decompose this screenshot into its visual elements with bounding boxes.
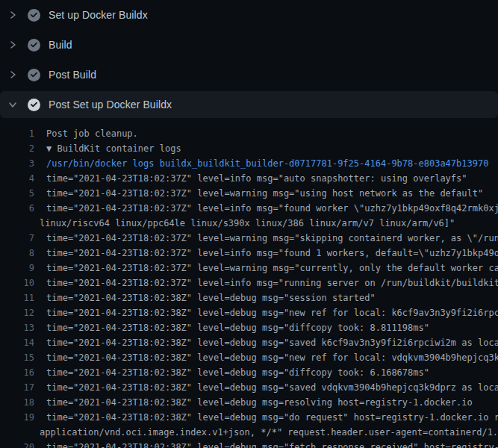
log-line-row: linux/riscv64 linux/ppc64le linux/s390x … xyxy=(0,216,498,231)
log-text: Post job cleanup. xyxy=(40,126,498,141)
step-success-check-icon xyxy=(28,39,40,52)
log-line-number[interactable]: 4 xyxy=(0,171,34,186)
step-label: Build xyxy=(49,39,72,51)
log-text: time="2021-04-23T18:02:37Z" level=info m… xyxy=(40,246,498,261)
step-header-post-build[interactable]: Post Build xyxy=(0,60,498,90)
log-line-number xyxy=(0,425,34,440)
log-line-row: 1Post job cleanup. xyxy=(0,126,498,141)
log-line-number[interactable]: 3 xyxy=(0,156,34,171)
log-text: time="2021-04-23T18:02:37Z" level=warnin… xyxy=(40,231,498,246)
log-line-number[interactable]: 14 xyxy=(0,335,34,350)
log-text: time="2021-04-23T18:02:37Z" level=warnin… xyxy=(40,261,498,276)
log-text: time="2021-04-23T18:02:37Z" level=info m… xyxy=(40,171,498,186)
log-line-row: 8time="2021-04-23T18:02:37Z" level=info … xyxy=(0,246,498,261)
log-text: application/vnd.oci.image.index.v1+json,… xyxy=(40,425,498,440)
log-line-row: 16time="2021-04-23T18:02:38Z" level=debu… xyxy=(0,365,498,380)
log-line-number[interactable]: 10 xyxy=(0,276,34,290)
log-line-number[interactable]: 13 xyxy=(0,320,34,335)
log-line-row: 2▼ BuildKit container logs xyxy=(0,141,498,156)
log-line-row: 17time="2021-04-23T18:02:38Z" level=debu… xyxy=(0,380,498,395)
log-line-number[interactable]: 18 xyxy=(0,395,34,410)
step-success-check-icon xyxy=(28,99,40,111)
log-line-number[interactable]: 20 xyxy=(0,440,34,448)
log-text: time="2021-04-23T18:02:38Z" level=debug … xyxy=(40,335,498,350)
log-line-number[interactable]: 6 xyxy=(0,201,34,216)
step-header-post-set-up-docker-buildx[interactable]: Post Set up Docker Buildx xyxy=(0,91,498,118)
log-text: time="2021-04-23T18:02:37Z" level=info m… xyxy=(40,201,498,216)
log-line-row: 4time="2021-04-23T18:02:37Z" level=info … xyxy=(0,171,498,186)
log-line-row: 14time="2021-04-23T18:02:38Z" level=debu… xyxy=(0,335,498,350)
log-line-number[interactable]: 16 xyxy=(0,365,34,380)
step-label: Post Set up Docker Buildx xyxy=(49,99,172,111)
log-line-row: 5time="2021-04-23T18:02:37Z" level=warni… xyxy=(0,186,498,201)
log-text: ▼ BuildKit container logs xyxy=(40,141,498,156)
step-success-check-icon xyxy=(28,69,40,81)
log-text: time="2021-04-23T18:02:37Z" level=info m… xyxy=(40,276,498,290)
log-line-row: 12time="2021-04-23T18:02:38Z" level=debu… xyxy=(0,305,498,320)
log-lines: 1Post job cleanup.2▼ BuildKit container … xyxy=(0,119,498,448)
log-line-row: 13time="2021-04-23T18:02:38Z" level=debu… xyxy=(0,320,498,335)
log-text: time="2021-04-23T18:02:38Z" level=debug … xyxy=(40,410,498,425)
log-line-number[interactable]: 12 xyxy=(0,305,34,320)
steps-list: Set up Docker Buildx Build xyxy=(0,0,498,118)
log-line-row: 11time="2021-04-23T18:02:38Z" level=debu… xyxy=(0,290,498,305)
step-success-check-icon xyxy=(28,9,40,22)
log-line-number[interactable]: 17 xyxy=(0,380,34,395)
chevron-right-icon[interactable] xyxy=(8,40,17,49)
log-line-row: 3/usr/bin/docker logs buildx_buildkit_bu… xyxy=(0,156,498,171)
log-line-row: 20time="2021-04-23T18:02:38Z" level=debu… xyxy=(0,440,498,448)
log-text: time="2021-04-23T18:02:38Z" level=debug … xyxy=(40,290,498,305)
log-line-number xyxy=(0,216,34,231)
log-line-number[interactable]: 11 xyxy=(0,290,34,305)
log-line-number[interactable]: 19 xyxy=(0,410,34,425)
log-line-number[interactable]: 7 xyxy=(0,231,34,246)
log-text: time="2021-04-23T18:02:38Z" level=debug … xyxy=(40,440,498,448)
log-line-row: 19time="2021-04-23T18:02:38Z" level=debu… xyxy=(0,410,498,425)
chevron-right-icon[interactable] xyxy=(8,70,17,79)
log-text: time="2021-04-23T18:02:38Z" level=debug … xyxy=(40,350,498,365)
step-header-build[interactable]: Build xyxy=(0,30,498,60)
log-line-row: 15time="2021-04-23T18:02:38Z" level=debu… xyxy=(0,350,498,365)
log-line-row: 6time="2021-04-23T18:02:37Z" level=info … xyxy=(0,201,498,216)
chevron-down-icon[interactable] xyxy=(8,100,17,109)
step-label: Post Build xyxy=(49,69,96,81)
log-command-text: /usr/bin/docker logs buildx_buildkit_bui… xyxy=(40,156,498,171)
chevron-right-icon[interactable] xyxy=(8,10,17,19)
step-label: Set up Docker Buildx xyxy=(49,9,148,21)
log-line-number[interactable]: 15 xyxy=(0,350,34,365)
log-group-title: BuildKit container logs xyxy=(57,143,181,154)
log-line-row: application/vnd.oci.image.index.v1+json,… xyxy=(0,425,498,440)
log-line-row: 18time="2021-04-23T18:02:38Z" level=debu… xyxy=(0,395,498,410)
log-line-number[interactable]: 2 xyxy=(0,141,34,156)
log-line-number[interactable]: 1 xyxy=(0,126,34,141)
log-line-number[interactable]: 9 xyxy=(0,261,34,276)
log-text: time="2021-04-23T18:02:38Z" level=debug … xyxy=(40,365,498,380)
log-group-caret-icon[interactable]: ▼ xyxy=(46,143,57,154)
log-text: time="2021-04-23T18:02:38Z" level=debug … xyxy=(40,320,498,335)
log-line-row: 9time="2021-04-23T18:02:37Z" level=warni… xyxy=(0,261,498,276)
log-line-number[interactable]: 5 xyxy=(0,186,34,201)
log-text: time="2021-04-23T18:02:38Z" level=debug … xyxy=(40,395,498,410)
log-text: linux/riscv64 linux/ppc64le linux/s390x … xyxy=(40,216,498,231)
log-text: time="2021-04-23T18:02:37Z" level=warnin… xyxy=(40,186,498,201)
log-text: time="2021-04-23T18:02:38Z" level=debug … xyxy=(40,380,498,395)
step-header-set-up-docker-buildx[interactable]: Set up Docker Buildx xyxy=(0,0,498,30)
log-line-row: 7time="2021-04-23T18:02:37Z" level=warni… xyxy=(0,231,498,246)
log-line-row: 10time="2021-04-23T18:02:37Z" level=info… xyxy=(0,276,498,290)
log-line-number[interactable]: 8 xyxy=(0,246,34,261)
log-text: time="2021-04-23T18:02:38Z" level=debug … xyxy=(40,305,498,320)
